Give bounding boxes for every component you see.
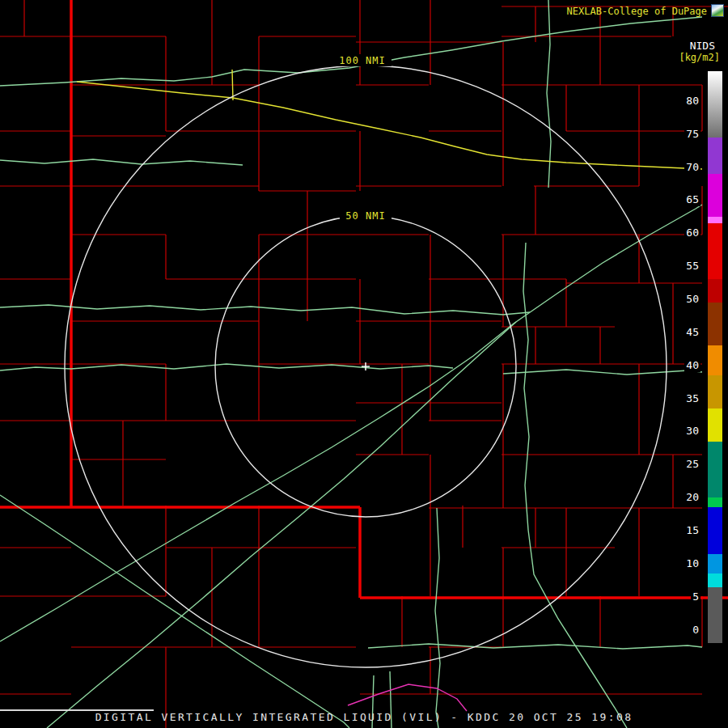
- colorbar-tick-label: 60: [684, 226, 700, 239]
- colorbar-segment: [708, 174, 722, 217]
- colorbar-segment: [708, 375, 722, 408]
- ring-label-50nmi: 50 NMI: [345, 210, 385, 222]
- highway-line-magenta: [348, 684, 467, 711]
- colorbar-tick-label: 55: [684, 259, 700, 273]
- colorbar-tick-label: 25: [684, 457, 700, 471]
- colorbar-tick-label: 20: [684, 490, 700, 504]
- colorbar-segments: [708, 0, 722, 728]
- colorbar-tick-label: 40: [684, 358, 700, 372]
- county-border-lines-horizontal: [0, 6, 728, 694]
- radar-map: 100 NMI 50 NMI: [0, 0, 728, 728]
- colorbar-tick-label: 35: [684, 392, 700, 405]
- ring-label-100nmi: 100 NMI: [339, 55, 386, 66]
- highway-line-yellow: [77, 82, 702, 169]
- range-rings: 100 NMI 50 NMI: [65, 54, 667, 667]
- colorbar-segment: [708, 554, 722, 574]
- colorbar-tick-label: 30: [684, 424, 700, 438]
- highway-line: [547, 0, 551, 188]
- colorbar-tick-label: 65: [684, 193, 700, 206]
- colorbar-segment: [708, 279, 722, 303]
- highway-line: [47, 322, 516, 728]
- highway-line: [0, 364, 453, 370]
- colorbar-tick-label: 15: [684, 523, 700, 537]
- colorbar-tick-label: 70: [684, 160, 700, 174]
- county-borders: [0, 0, 728, 728]
- colorbar-tick-label: 10: [684, 557, 700, 570]
- colorbar-segment: [708, 303, 722, 345]
- colorbar-segment: [708, 71, 722, 138]
- colorbar-tick-label: 45: [684, 325, 700, 339]
- colorbar-tick-label: 5: [691, 590, 700, 603]
- colorbar-segment: [708, 497, 722, 507]
- colorbar-segment: [708, 442, 722, 497]
- colorbar-tick-label: 80: [684, 94, 700, 108]
- highway-magenta: [348, 684, 467, 711]
- colorbar-segment: [708, 587, 722, 643]
- colorbar-segment: [708, 507, 722, 553]
- colorbar-tick-label: 75: [684, 127, 700, 141]
- highway-line: [0, 17, 702, 86]
- highway-line: [0, 495, 349, 728]
- highway-line-yellow: [232, 70, 233, 100]
- highway-line: [0, 159, 243, 165]
- colorbar-segment: [708, 574, 722, 586]
- colorbar-segment: [708, 138, 722, 174]
- colorbar-segment: [708, 345, 722, 375]
- radar-display: 100 NMI 50 NMI NEXLAB-College of DuPage …: [0, 0, 728, 728]
- highway-line: [435, 508, 440, 728]
- colorbar-segment: [708, 408, 722, 442]
- colorbar-tick-labels: 80757065605550454035302520151050: [663, 0, 700, 728]
- product-caption: DIGITAL VERTICALLY INTEGRATED LIQUID (VI…: [0, 711, 728, 723]
- highway-line: [368, 644, 702, 649]
- colorbar-tick-label: 50: [684, 292, 700, 306]
- highway-line: [0, 305, 530, 315]
- colorbar-tick-label: 0: [691, 623, 700, 637]
- colorbar-segment: [708, 217, 722, 223]
- highway-line: [523, 243, 627, 728]
- highway-line: [0, 205, 702, 641]
- colorbar-segment: [708, 223, 722, 279]
